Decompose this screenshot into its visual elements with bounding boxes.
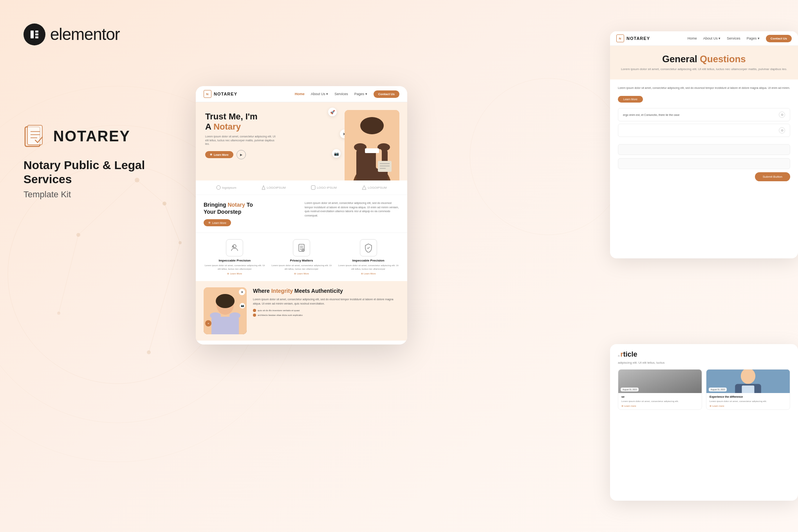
mockup-navbar: N NOTAREY Home About Us ▾ Services Pages… xyxy=(196,86,407,102)
svg-point-28 xyxy=(360,117,384,134)
bringing-btn[interactable]: ⊕ Learn More xyxy=(204,219,231,226)
article-card-title-2: Experience the difference xyxy=(710,395,787,398)
hero-title-accent: Notary xyxy=(213,122,241,132)
right-nav-logo-icon: N xyxy=(616,34,624,42)
hero-title-line2: A xyxy=(205,122,213,132)
svg-point-50 xyxy=(216,294,235,308)
check-dot-1 xyxy=(253,309,256,312)
bringing-section: Bringing Notary ToYour Doorstep ⊕ Learn … xyxy=(196,195,407,233)
integrity-image: ✕ + 📷 xyxy=(204,287,247,334)
service-icon-2 xyxy=(293,239,310,256)
nav-link-services[interactable]: Services xyxy=(334,92,348,96)
kit-subtitle: Template Kit xyxy=(23,189,172,200)
hero-play-btn[interactable]: ▶ xyxy=(237,150,246,159)
service-title-3: Impeccable Precision xyxy=(337,259,399,262)
service-card-3: Impeccable Precision Lorem ipsum dolor s… xyxy=(337,239,399,275)
service-desc-3: Lorem ipsum dolor sit amet, consectetur … xyxy=(337,264,399,271)
nav-link-pages[interactable]: Pages ▾ xyxy=(354,92,367,96)
faq-icon-2[interactable]: ⚙ xyxy=(779,127,785,133)
article-card-1: August 31, 2023 se Lorem ipsum dolor sit… xyxy=(618,369,702,410)
svg-rect-38 xyxy=(311,186,315,189)
right-nav-about[interactable]: About Us ▾ xyxy=(703,36,721,40)
article-card-title-1: se xyxy=(621,395,699,398)
hero-title-line1: Trust Me, I'm xyxy=(205,112,258,121)
bringing-desc: Lorem ipsum dolor sit amet, consectetur … xyxy=(305,201,399,226)
hero-learn-more-btn[interactable]: ⊕ Learn More xyxy=(205,151,233,158)
svg-rect-57 xyxy=(742,386,755,393)
integrity-section: ✕ + 📷 Where Integrity Meets Authenticity… xyxy=(196,281,407,341)
submit-area: Submit Button xyxy=(618,172,790,181)
bringing-left: Bringing Notary ToYour Doorstep ⊕ Learn … xyxy=(204,201,298,226)
svg-rect-16 xyxy=(35,31,38,32)
hero-woman-image xyxy=(345,110,399,180)
faq-item-1: ergo enim est, et Coniunctio, there lie … xyxy=(618,108,790,121)
service-link-2[interactable]: ⊕ Learn More xyxy=(271,272,333,275)
nav-link-about[interactable]: About Us ▾ xyxy=(311,92,329,96)
integrity-content: Where Integrity Meets Authenticity Lorem… xyxy=(253,287,399,334)
article-date-2: August 31, 2023 xyxy=(709,388,727,391)
service-desc-1: Lorem ipsum dolor sit amet, consectetur … xyxy=(204,264,266,271)
svg-point-53 xyxy=(229,312,240,319)
article-date-1: August 31, 2023 xyxy=(621,388,639,391)
svg-rect-36 xyxy=(365,148,379,153)
service-icon-3 xyxy=(360,239,377,256)
integrity-normal: Where xyxy=(253,288,271,294)
logo-2: LOGOIPSUM xyxy=(262,185,285,190)
service-desc-2: Lorem ipsum dolor sit amet, consectetur … xyxy=(271,264,333,271)
service-card-2: Privacy Matters Lorem ipsum dolor sit am… xyxy=(271,239,333,275)
kit-title: Notary Public & Legal Services xyxy=(23,158,172,186)
notarey-brand-icon xyxy=(23,124,49,149)
logo-3: LOGO IPSUM xyxy=(311,185,337,190)
service-link-3[interactable]: ⊕ Learn More xyxy=(337,272,399,275)
svg-point-37 xyxy=(217,186,220,189)
article-card-desc-1: Lorem ipsum dolor sit amet, consectetur … xyxy=(621,400,699,403)
nav-link-home[interactable]: Home xyxy=(295,92,305,96)
faq-text-1: ergo enim est, et Coniunctio, there lie … xyxy=(623,114,779,116)
right-content: Lorem ipsum dolor sit amet, consectetur … xyxy=(610,79,798,188)
article-card-img-2: August 31, 2023 xyxy=(706,370,790,393)
right-learn-more-btn[interactable]: Learn More xyxy=(618,96,643,103)
svg-point-3 xyxy=(470,78,626,235)
service-link-1[interactable]: ⊕ Learn More xyxy=(204,272,266,275)
article-card-link-1[interactable]: ⊕ Learn more xyxy=(621,404,699,407)
article-title: rticle xyxy=(620,350,637,359)
svg-rect-18 xyxy=(35,36,38,38)
svg-rect-20 xyxy=(27,125,42,145)
nav-contact-btn[interactable]: Contact Us xyxy=(374,90,399,98)
logo-1: logoipsum xyxy=(216,185,236,190)
bringing-title: Bringing Notary ToYour Doorstep xyxy=(204,201,298,215)
general-questions-desc: Lorem ipsum dolor sit amet, consectetur … xyxy=(618,67,790,72)
right-nav-links: Home About Us ▾ Services Pages ▾ Contact… xyxy=(688,35,792,42)
submit-btn[interactable]: Submit Button xyxy=(755,172,790,181)
integrity-accent: Integrity xyxy=(271,288,293,294)
right-nav-pages[interactable]: Pages ▾ xyxy=(747,36,760,40)
integrity-list-item-1: quis sit do illo inventore veritatis et … xyxy=(253,309,399,312)
integrity-list: quis sit do illo inventore veritatis et … xyxy=(253,309,399,317)
service-card-1: Impeccable Precision Lorem ipsum dolor s… xyxy=(204,239,266,275)
svg-rect-15 xyxy=(31,31,34,38)
article-card-body-1: se Lorem ipsum dolor sit amet, consectet… xyxy=(618,393,702,409)
faq-icon-1[interactable]: ⚙ xyxy=(779,112,785,118)
integrity-end: Meets Authenticity xyxy=(293,288,343,294)
integrity-title: Where Integrity Meets Authenticity xyxy=(253,287,399,294)
svg-rect-51 xyxy=(211,317,239,334)
mockup-nav-logo: N NOTAREY xyxy=(204,90,237,98)
right-top-mockup: N NOTAREY Home About Us ▾ Services Pages… xyxy=(610,31,798,258)
logos-bar: logoipsum LOGOIPSUM LOGO IPSUM LOGOIPSUM xyxy=(196,180,407,195)
right-nav-home[interactable]: Home xyxy=(688,36,697,40)
left-panel: elementor NOTAREY Notary Public & Legal … xyxy=(0,0,196,532)
elementor-label: elementor xyxy=(50,25,120,44)
form-field-1[interactable] xyxy=(618,144,790,155)
mockup-logo-icon: N xyxy=(204,90,211,98)
kit-info: Notary Public & Legal Services Template … xyxy=(23,158,172,200)
article-card-link-2[interactable]: ⊕ Learn more xyxy=(710,404,787,407)
hero-title: Trust Me, I'm A Notary xyxy=(205,112,283,132)
article-desc: adipiscing elit. Ut elit tellus, luctus xyxy=(618,361,790,364)
right-nav-cta[interactable]: Contact Us xyxy=(766,35,792,42)
right-nav-services[interactable]: Services xyxy=(727,36,740,40)
bringing-accent: Notary xyxy=(227,202,245,208)
form-field-2[interactable] xyxy=(618,158,790,169)
notarey-brand-label: NOTAREY xyxy=(53,128,130,145)
article-section: a rticle adipiscing elit. Ut elit tellus… xyxy=(610,344,798,416)
right-bottom-mockup: a rticle adipiscing elit. Ut elit tellus… xyxy=(610,344,798,501)
